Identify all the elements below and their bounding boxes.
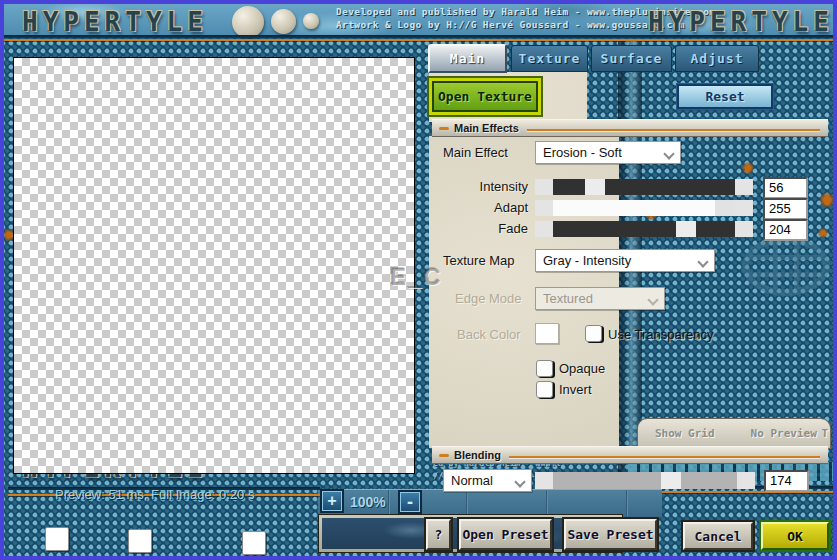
zoom-panel-divider xyxy=(466,490,468,516)
minus-icon: - xyxy=(405,493,414,511)
intensity-slider[interactable] xyxy=(535,179,753,195)
plus-icon: + xyxy=(327,492,336,510)
zoom-out-button[interactable]: - xyxy=(398,490,422,514)
main-effect-value: Erosion - Soft xyxy=(543,145,622,160)
preview-watermark: E_C xyxy=(390,263,443,291)
reset-label: Reset xyxy=(705,89,744,104)
cancel-button[interactable]: Cancel xyxy=(683,522,753,550)
hypertyle-logo-right: HYPERTYLE xyxy=(648,7,833,37)
slider-thumb[interactable] xyxy=(676,221,696,237)
back-color-swatch[interactable] xyxy=(535,323,559,344)
slider-track[interactable] xyxy=(553,472,737,489)
show-grid-button[interactable]: Show Grid xyxy=(655,427,715,440)
section-rule xyxy=(509,456,820,458)
blend-opacity-slider[interactable] xyxy=(535,472,755,489)
blending-header: Blending xyxy=(432,447,828,463)
bottom-checkbox-3[interactable] xyxy=(242,531,266,555)
edge-mode-value: Textured xyxy=(543,291,593,306)
slider-thumb[interactable] xyxy=(661,472,681,489)
ok-label: OK xyxy=(787,529,803,544)
tab-surface-label: Surface xyxy=(601,51,663,66)
save-preset-button[interactable]: Save Preset xyxy=(564,519,657,550)
slider-right-cap[interactable] xyxy=(735,200,753,216)
slider-right-cap[interactable] xyxy=(737,472,755,489)
no-preview-button[interactable]: No Preview xyxy=(751,427,817,440)
adapt-label: Adapt xyxy=(429,200,528,215)
deco-circle-small xyxy=(303,13,319,29)
preview-canvas[interactable] xyxy=(13,57,415,474)
intensity-value-field[interactable]: 56 xyxy=(763,177,808,199)
adapt-slider[interactable] xyxy=(535,200,753,216)
invert-checkbox[interactable] xyxy=(536,381,553,398)
open-preset-label: Open Preset xyxy=(462,527,548,542)
zoom-level: 100% xyxy=(350,494,386,510)
tab-texture-label: Texture xyxy=(519,51,581,66)
section-rule xyxy=(527,129,820,131)
fade-value-field[interactable]: 204 xyxy=(763,219,808,241)
reset-button[interactable]: Reset xyxy=(677,84,773,109)
slider-thumb[interactable] xyxy=(715,200,735,216)
bottom-checkbox-2[interactable] xyxy=(128,529,152,553)
tab-adjust[interactable]: Adjust xyxy=(675,45,759,72)
rust-spot xyxy=(742,162,754,174)
texture-map-dropdown[interactable]: Gray - Intensity xyxy=(535,249,715,272)
slider-left-cap[interactable] xyxy=(535,221,553,237)
open-texture-label: Open Texture xyxy=(438,89,532,104)
zoom-in-button[interactable]: + xyxy=(320,489,344,513)
blending-title: Blending xyxy=(454,449,501,461)
slider-left-cap[interactable] xyxy=(535,472,553,489)
use-transparency-checkbox[interactable] xyxy=(585,325,602,342)
zoom-panel-divider xyxy=(626,490,628,516)
adapt-value-field[interactable]: 255 xyxy=(763,198,808,220)
logo-right-clip: HYPERTYLE xyxy=(646,4,833,37)
intensity-label: Intensity xyxy=(429,179,528,194)
slider-right-cap[interactable] xyxy=(735,221,753,237)
slider-thumb[interactable] xyxy=(585,179,605,195)
truncated-tab-label: T xyxy=(821,427,828,440)
rust-spot xyxy=(818,228,828,238)
tab-main[interactable]: Main xyxy=(428,44,507,73)
section-dash-icon xyxy=(439,454,449,457)
skin-emblem xyxy=(742,236,830,296)
rust-spot xyxy=(820,192,834,208)
deco-circle-large xyxy=(232,6,264,38)
blend-mode-value: Normal xyxy=(451,473,493,488)
invert-label: Invert xyxy=(559,382,592,397)
save-preset-label: Save Preset xyxy=(567,527,653,542)
slider-left-cap[interactable] xyxy=(535,179,553,195)
tab-surface[interactable]: Surface xyxy=(591,45,672,72)
zoom-panel-divider xyxy=(388,490,390,516)
help-button[interactable]: ? xyxy=(426,519,451,550)
render-time-status: Preview: 51 ms, Full Image: 0.20 s xyxy=(55,487,254,502)
slider-track[interactable] xyxy=(553,179,735,195)
ok-button[interactable]: OK xyxy=(761,522,829,550)
chevron-down-icon xyxy=(649,296,657,304)
main-effect-dropdown[interactable]: Erosion - Soft xyxy=(535,141,681,164)
cancel-label: Cancel xyxy=(695,529,742,544)
blend-mode-dropdown[interactable]: Normal xyxy=(443,469,532,492)
open-texture-button[interactable]: Open Texture xyxy=(434,83,536,110)
fade-slider[interactable] xyxy=(535,221,753,237)
slider-left-cap[interactable] xyxy=(535,200,553,216)
separator-navy xyxy=(4,35,833,38)
opaque-checkbox[interactable] xyxy=(536,360,553,377)
main-effects-title: Main Effects xyxy=(454,122,519,134)
blend-opacity-value-field[interactable]: 174 xyxy=(764,470,809,492)
tab-texture[interactable]: Texture xyxy=(511,45,588,72)
credits-line-2: Artwork & Logo by H://G Hervé Goussard -… xyxy=(336,19,685,30)
main-effects-header: Main Effects xyxy=(432,120,828,136)
zoom-panel-divider xyxy=(546,490,548,516)
slider-track[interactable] xyxy=(553,221,735,237)
texture-map-label: Texture Map xyxy=(443,253,515,268)
open-preset-button[interactable]: Open Preset xyxy=(459,519,552,550)
separator-orange xyxy=(4,39,833,41)
slider-track[interactable] xyxy=(553,200,735,216)
hypertyle-logo: HYPERTYLE xyxy=(22,7,208,37)
tab-adjust-label: Adjust xyxy=(691,51,744,66)
bottom-checkbox-1[interactable] xyxy=(45,527,69,551)
slider-right-cap[interactable] xyxy=(735,179,753,195)
preview-options-bar: Show Grid No Preview T xyxy=(638,419,830,448)
main-effect-label: Main Effect xyxy=(443,145,508,160)
deco-circle-medium xyxy=(271,9,296,34)
help-icon: ? xyxy=(435,527,443,542)
